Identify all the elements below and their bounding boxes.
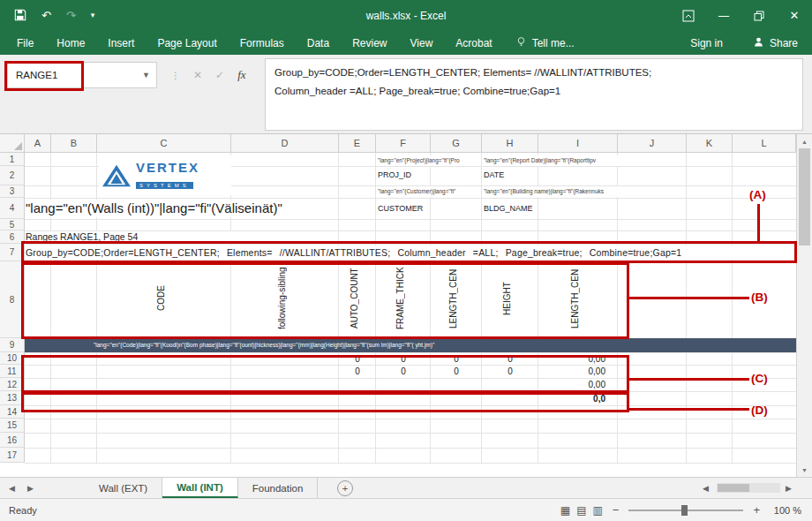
cell-group-definition[interactable]: Group_by=CODE;Order=LENGTH_CENTER; Eleme… <box>26 245 793 260</box>
row-header[interactable]: 15 <box>0 419 25 433</box>
row-header[interactable]: 10 <box>0 352 25 365</box>
cell-value[interactable]: 0 <box>431 365 482 378</box>
cell-value[interactable]: 0 <box>339 352 376 365</box>
horizontal-scroll-thumb[interactable] <box>718 484 749 492</box>
share-button[interactable]: Share <box>739 36 812 50</box>
sheet-nav-right-icon[interactable]: ▶ <box>27 484 34 493</box>
column-header-b[interactable]: B <box>51 134 97 153</box>
rotated-header-auto-count[interactable]: AUTO_COUNT <box>350 262 365 335</box>
row-header[interactable]: 5 <box>0 219 25 230</box>
cell-value[interactable]: 0 <box>431 352 482 365</box>
cell-ranges[interactable]: Ranges RANGE1, Page 54 <box>26 231 255 243</box>
horizontal-scrollbar[interactable] <box>717 483 780 493</box>
tab-file[interactable]: File <box>5 31 45 55</box>
cell-value[interactable]: 0,00 <box>538 365 618 378</box>
cell-value[interactable] <box>339 378 376 391</box>
normal-view-icon[interactable]: ▦ <box>560 504 570 517</box>
tab-formulas[interactable]: Formulas <box>229 31 296 55</box>
row-header[interactable]: 2 <box>0 166 25 185</box>
column-header-f[interactable]: F <box>376 134 431 153</box>
formula-input[interactable]: Group_by=CODE;Order=LENGTH_CENTER; Eleme… <box>265 58 803 131</box>
column-header-d[interactable]: D <box>231 134 339 153</box>
column-header-a[interactable]: A <box>25 134 51 153</box>
hscroll-left-icon[interactable]: ◀ <box>703 478 709 498</box>
row-header[interactable]: 9 <box>0 338 25 352</box>
scroll-down-icon[interactable]: ▼ <box>797 464 812 476</box>
cell-sheet-title[interactable]: "lang="en"(Walls (int))"|lang="fi"(Välis… <box>26 200 338 217</box>
cell-value[interactable]: 0 <box>339 365 376 378</box>
zoom-slider[interactable] <box>628 510 743 511</box>
rotated-header-frame-thick[interactable]: FRAME_THICK <box>395 262 411 335</box>
row-header[interactable]: 13 <box>0 391 25 405</box>
vertical-scrollbar[interactable]: ▲ ▼ <box>796 134 812 477</box>
tab-acrobat[interactable]: Acrobat <box>444 31 503 55</box>
sheet-tab-wall-ext[interactable]: Wall (EXT) <box>85 478 162 498</box>
cell-value[interactable]: 0 <box>376 365 431 378</box>
cell-total[interactable]: 0,0 <box>538 391 618 405</box>
rotated-header-length-cen-2[interactable]: LENGTH_CEN <box>570 262 586 335</box>
column-header-j[interactable]: J <box>618 134 687 153</box>
cell-value[interactable]: 0,00 <box>538 352 618 365</box>
close-button[interactable]: ✕ <box>777 0 812 31</box>
tab-insert[interactable]: Insert <box>96 31 146 55</box>
column-header-c[interactable]: C <box>97 134 231 153</box>
sign-in-button[interactable]: Sign in <box>674 37 739 49</box>
page-layout-view-icon[interactable]: ▤ <box>576 504 586 517</box>
sheet-tab-wall-int[interactable]: Wall (INT) <box>162 478 238 498</box>
row-header[interactable]: 4 <box>0 198 25 219</box>
select-all-corner[interactable] <box>0 134 25 153</box>
cell-report-date-label[interactable]: "lang="en"(Report Date)|lang="fi"(Raport… <box>484 155 651 166</box>
zoom-out-icon[interactable]: − <box>613 503 620 517</box>
zoom-slider-thumb[interactable] <box>681 505 688 516</box>
tab-page-layout[interactable]: Page Layout <box>146 31 228 55</box>
row-header[interactable]: 6 <box>0 230 25 244</box>
row-header[interactable]: 14 <box>0 405 25 419</box>
sheet-nav-left-icon[interactable]: ◀ <box>9 484 15 493</box>
hscroll-right-icon[interactable]: ▶ <box>786 478 792 498</box>
column-header-g[interactable]: G <box>431 134 482 153</box>
tab-view[interactable]: View <box>399 31 445 55</box>
row-header[interactable]: 11 <box>0 365 25 378</box>
cell-value[interactable]: 0 <box>482 365 538 378</box>
cell-customer[interactable]: CUSTOMER <box>378 204 423 213</box>
cell-bldg-name[interactable]: BLDG_NAME <box>484 204 533 213</box>
row-header[interactable]: 12 <box>0 378 25 391</box>
column-header-e[interactable]: E <box>339 134 376 153</box>
ribbon-display-options-icon[interactable] <box>671 0 706 31</box>
zoom-in-icon[interactable]: + <box>753 503 760 517</box>
row-header[interactable]: 7 <box>0 244 25 261</box>
scroll-up-icon[interactable]: ▲ <box>797 135 812 147</box>
cell-value[interactable] <box>431 378 482 391</box>
row-header[interactable]: 8 <box>0 261 25 338</box>
zoom-level[interactable]: 100 % <box>770 505 801 516</box>
cell-customer-label[interactable]: "lang="en"(Customer)|lang="fi" <box>378 186 480 197</box>
minimize-button[interactable]: — <box>706 0 741 31</box>
cell-building-label[interactable]: "lang="en"(Building name)|lang="fi"(Rake… <box>484 186 651 197</box>
row-header[interactable]: 16 <box>0 433 25 448</box>
column-header-i[interactable]: I <box>538 134 618 153</box>
cell-proj-id[interactable]: PROJ_ID <box>378 170 411 179</box>
tell-me-box[interactable]: Tell me... <box>504 36 586 50</box>
page-break-view-icon[interactable]: ▥ <box>592 504 602 517</box>
row-header[interactable]: 17 <box>0 448 25 463</box>
rotated-header-length-cen-1[interactable]: LENGTH_CEN <box>448 262 464 335</box>
row-header[interactable]: 1 <box>0 153 25 166</box>
cell-date[interactable]: DATE <box>484 170 504 179</box>
tab-review[interactable]: Review <box>341 31 398 55</box>
cell-value[interactable] <box>482 378 538 391</box>
name-box[interactable]: RANGE1 ▼ <box>7 62 157 88</box>
new-sheet-button[interactable]: + <box>337 480 353 496</box>
rotated-header-height[interactable]: HEIGHT <box>502 262 518 335</box>
blue-header-row[interactable]: "lang="en"(Code)|lang="fi"(Koodi)n"(Bom … <box>25 338 796 352</box>
cell-project-label[interactable]: "lang="en"(Project)|lang="fi"(Pro <box>378 155 480 166</box>
row-header[interactable]: 3 <box>0 185 25 198</box>
cell-value[interactable]: 0 <box>376 352 431 365</box>
chevron-down-icon[interactable]: ▼ <box>142 71 156 79</box>
column-header-h[interactable]: H <box>482 134 538 153</box>
column-header-l[interactable]: L <box>733 134 796 153</box>
restore-button[interactable] <box>741 0 777 31</box>
vertical-scroll-thumb[interactable] <box>799 148 810 245</box>
column-header-k[interactable]: K <box>687 134 733 153</box>
cell-value[interactable]: 0 <box>482 352 538 365</box>
tab-home[interactable]: Home <box>45 31 96 55</box>
